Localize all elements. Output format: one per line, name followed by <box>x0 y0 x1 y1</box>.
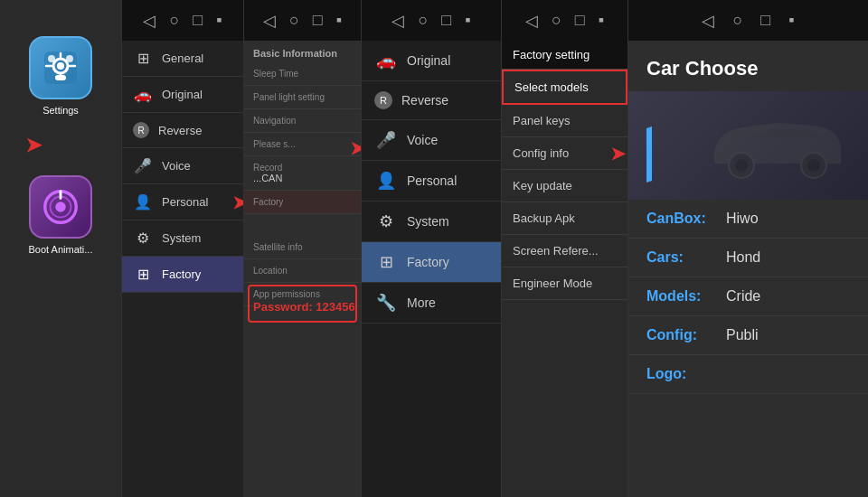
settings-icon <box>39 46 82 89</box>
nav-voice[interactable]: 🎤 Voice <box>362 120 501 161</box>
factory-info-label: Factory <box>253 197 352 207</box>
menu-factory[interactable]: ⊞ Factory <box>122 257 243 293</box>
home-btn-5[interactable]: ○ <box>552 11 561 30</box>
nav-system-icon: ⚙ <box>374 211 398 231</box>
panel-basic-info: ◁ ○ □ ▪ Basic Information Sleep Time Pan… <box>244 0 362 497</box>
back-btn-5[interactable]: ◁ <box>525 11 538 31</box>
square-btn-3[interactable]: □ <box>313 11 323 30</box>
home-btn[interactable]: ○ <box>169 11 179 30</box>
models-value: Cride <box>726 288 760 305</box>
nav-personal[interactable]: 👤 Personal <box>362 161 501 202</box>
factory-row[interactable]: Factory <box>244 191 361 214</box>
nav-factory-icon: ⊞ <box>374 252 398 272</box>
factory-label: Factory <box>162 267 232 281</box>
key-update-label: Key update <box>513 179 572 192</box>
models-row[interactable]: Models: Cride <box>628 277 868 316</box>
back-btn-6[interactable]: ◁ <box>702 11 714 31</box>
config-value: Publi <box>726 327 759 343</box>
satellite-row[interactable]: Satellite info <box>244 236 361 259</box>
menu-voice[interactable]: 🎤 Voice <box>122 148 243 184</box>
config-info-label: Config info <box>513 146 569 160</box>
engineer-mode-label: Engineer Mode <box>513 277 592 290</box>
nav-more[interactable]: 🔧 More <box>362 283 501 324</box>
car-background <box>628 91 868 200</box>
menu-reverse[interactable]: R Reverse <box>122 113 243 148</box>
config-row[interactable]: Config: Publi <box>628 316 868 355</box>
system-icon: ⚙ <box>133 230 153 247</box>
select-models-item[interactable]: Select models <box>502 70 627 105</box>
engineer-mode-item[interactable]: Engineer Mode <box>502 267 627 300</box>
key-update-item[interactable]: Key update <box>502 170 627 202</box>
wifi-icon-5: ▪ <box>599 11 604 30</box>
menu-original[interactable]: 🚗 Original <box>122 77 243 113</box>
nav-reverse-icon: R <box>374 91 392 109</box>
nav-reverse-label: Reverse <box>401 93 448 108</box>
panel2-header: ◁ ○ □ ▪ <box>122 0 243 41</box>
record-row[interactable]: Record ...CAN <box>244 156 361 191</box>
nav-reverse[interactable]: R Reverse <box>362 81 501 120</box>
car-silhouette-icon <box>687 100 868 191</box>
home-btn-3[interactable]: ○ <box>289 11 299 30</box>
backup-apk-label: Backup Apk <box>513 211 575 225</box>
svg-point-4 <box>66 55 73 62</box>
nav-factory[interactable]: ⊞ Factory <box>362 242 501 283</box>
cars-label: Cars: <box>646 249 719 266</box>
blue-stripe-decoration <box>646 127 652 183</box>
canbox-row[interactable]: CanBox: Hiwo <box>628 200 868 239</box>
home-btn-4[interactable]: ○ <box>418 11 428 30</box>
backup-apk-item[interactable]: Backup Apk <box>502 202 627 235</box>
nav-factory-label: Factory <box>407 255 449 269</box>
menu-general[interactable]: ⊞ General <box>122 41 243 77</box>
nav-personal-icon: 👤 <box>374 171 398 191</box>
boot-icon-box <box>29 175 92 239</box>
voice-icon: 🎤 <box>133 157 153 174</box>
panel-nav-menu: ◁ ○ □ ▪ 🚗 Original R Reverse 🎤 Voice 👤 P… <box>362 0 502 497</box>
square-btn-6[interactable]: □ <box>760 11 770 30</box>
back-btn-3[interactable]: ◁ <box>263 11 276 31</box>
nav-original[interactable]: 🚗 Original <box>362 41 501 81</box>
logo-row[interactable]: Logo: <box>628 355 868 394</box>
sleep-time-row[interactable]: Sleep Time <box>244 62 361 86</box>
cars-value: Hond <box>726 249 760 266</box>
select-models-label: Select models <box>514 80 589 94</box>
svg-point-8 <box>55 202 66 212</box>
nav-system[interactable]: ⚙ System <box>362 202 501 242</box>
navigation-row[interactable]: Navigation <box>244 109 361 133</box>
svg-point-3 <box>48 55 55 62</box>
panel-keys-item[interactable]: Panel keys <box>502 105 627 137</box>
app-permissions-label: App permissions <box>253 289 352 299</box>
location-row[interactable]: Location <box>244 259 361 283</box>
panel5-header: ◁ ○ □ ▪ <box>502 0 627 41</box>
settings-app[interactable]: Settings <box>29 36 92 116</box>
home-btn-6[interactable]: ○ <box>732 11 742 30</box>
nav-original-label: Original <box>407 53 450 68</box>
svg-point-5 <box>57 62 64 70</box>
arrow-5: ➤ <box>610 143 626 164</box>
square-btn-5[interactable]: □ <box>575 11 585 30</box>
boot-label: Boot Animati... <box>29 244 93 255</box>
panel4-header: ◁ ○ □ ▪ <box>362 0 501 41</box>
back-btn-4[interactable]: ◁ <box>392 11 404 31</box>
panel3-header: ◁ ○ □ ▪ <box>244 0 361 41</box>
logo-label: Logo: <box>646 366 719 382</box>
menu-personal[interactable]: 👤 Personal ➤ <box>122 184 243 220</box>
panel-light-row[interactable]: Panel light setting <box>244 86 361 109</box>
back-btn[interactable]: ◁ <box>143 11 156 31</box>
cars-row[interactable]: Cars: Hond <box>628 239 868 277</box>
factory-settings-title: Factory setting <box>502 41 627 70</box>
arrow-3: ➤ <box>350 137 362 159</box>
original-label: Original <box>162 88 232 101</box>
panel-car-choose: ◁ ○ □ ▪ Car Choose CanBox: Hiwo Cars: Ho… <box>628 0 868 497</box>
config-info-item[interactable]: Config info ➤ <box>502 137 627 170</box>
please-row[interactable]: Please s... ➤ <box>244 133 361 156</box>
panel-factory-settings: ◁ ○ □ ▪ Factory setting Select models Pa… <box>502 0 628 497</box>
screen-reference-item[interactable]: Screen Refere... <box>502 235 627 267</box>
square-btn-4[interactable]: □ <box>441 11 451 30</box>
boot-animation-app[interactable]: Boot Animati... <box>29 175 93 255</box>
menu-system[interactable]: ⚙ System <box>122 220 243 257</box>
settings-icon-box <box>29 36 92 99</box>
reverse-label: Reverse <box>158 124 232 137</box>
personal-icon: 👤 <box>133 193 153 211</box>
square-btn[interactable]: □ <box>193 11 203 30</box>
arrow-1: ➤ <box>25 134 42 157</box>
